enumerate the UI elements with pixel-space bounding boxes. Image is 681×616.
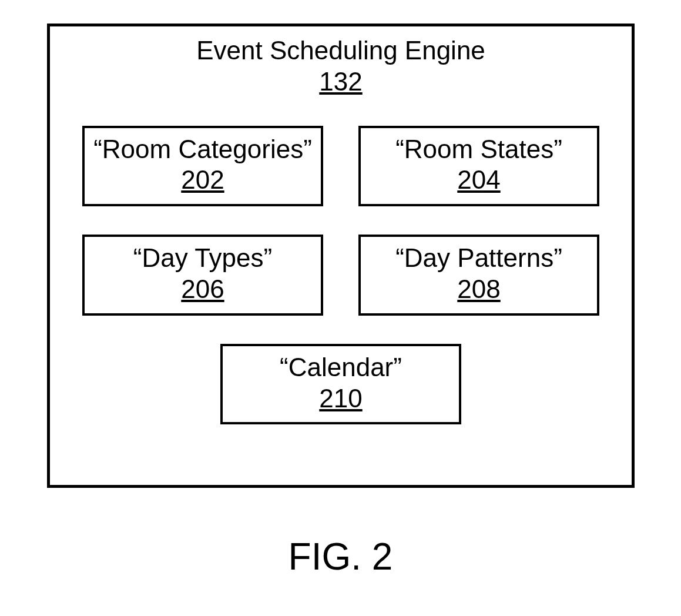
module-day-types: “Day Types” 206 [82,235,323,316]
module-calendar: “Calendar” 210 [220,344,461,425]
module-ref: 210 [227,383,454,414]
module-row-2: “Day Types” 206 “Day Patterns” 208 [50,235,632,316]
engine-title: Event Scheduling Engine [50,35,632,66]
module-ref: 202 [89,165,316,196]
engine-ref: 132 [50,66,632,98]
module-label: “Room States” [365,134,592,165]
module-room-states: “Room States” 204 [358,126,599,207]
module-room-categories: “Room Categories” 202 [82,126,323,207]
module-label: “Calendar” [227,352,454,383]
module-ref: 204 [365,165,592,196]
figure-label: FIG. 2 [0,535,681,578]
module-row-3: “Calendar” 210 [50,344,632,425]
module-row-1: “Room Categories” 202 “Room States” 204 [50,126,632,207]
module-ref: 208 [365,274,592,305]
module-label: “Day Patterns” [365,243,592,274]
module-day-patterns: “Day Patterns” 208 [358,235,599,316]
engine-container: Event Scheduling Engine 132 “Room Catego… [47,24,635,488]
engine-title-block: Event Scheduling Engine 132 [50,35,632,98]
module-label: “Day Types” [89,243,316,274]
module-ref: 206 [89,274,316,305]
module-label: “Room Categories” [89,134,316,165]
